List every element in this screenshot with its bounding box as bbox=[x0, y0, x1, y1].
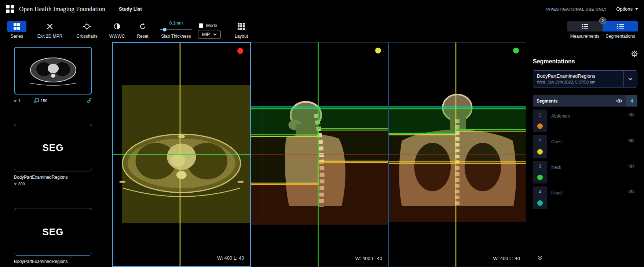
segment-color-swatch[interactable] bbox=[537, 175, 543, 180]
series-description: BodyPartExaminedRegions bbox=[14, 175, 95, 180]
reset-label: Reset bbox=[137, 34, 148, 39]
segment-label: Head bbox=[551, 190, 562, 196]
layout-grid-icon bbox=[238, 21, 245, 32]
coronal-plane-marker bbox=[513, 48, 519, 53]
investigational-label: INVESTIGATIONAL USE ONLY bbox=[546, 7, 607, 11]
ohif-logo[interactable]: Open Health Imaging Foundation bbox=[6, 5, 105, 13]
segmentation-date: Wed, Jan 19th 2022, 5:57:58 pm bbox=[537, 80, 620, 84]
seg-modality-label: SEG bbox=[43, 142, 64, 153]
viewport-grid: W: 400 L: 40 bbox=[112, 42, 526, 267]
segment-index-cell: 3 bbox=[533, 161, 547, 183]
panel-title: Segmentations bbox=[533, 58, 637, 65]
chevron-down-icon bbox=[635, 8, 638, 10]
toggle-all-visibility-eye-icon[interactable] bbox=[612, 99, 626, 103]
series-thumbnail-seg-1[interactable]: SEG BodyPartExaminedRegions s: 300 bbox=[14, 124, 112, 186]
ct-thumbnail-image[interactable] bbox=[14, 47, 92, 94]
layout-label: Layout bbox=[235, 34, 248, 39]
chevron-down-icon bbox=[213, 33, 217, 36]
axial-plane-marker bbox=[237, 48, 243, 54]
series-grid-icon bbox=[7, 21, 26, 32]
segmentations-count-badge: 2 bbox=[599, 17, 606, 24]
study-list-link[interactable]: Study List bbox=[119, 6, 142, 12]
segment-color-swatch[interactable] bbox=[537, 123, 543, 129]
segment-row-head[interactable]: 4 Head bbox=[533, 186, 637, 209]
series-tool-button[interactable]: Series bbox=[5, 21, 29, 39]
series-tool-label: Series bbox=[11, 34, 23, 39]
panel-toggle-group: 2 Measurements Segmentations bbox=[567, 21, 638, 39]
app-title: Open Health Imaging Foundation bbox=[19, 5, 105, 13]
segment-row-abdomen[interactable]: 1 Abdomen bbox=[533, 110, 637, 132]
slab-thickness-value: 0.1mm bbox=[169, 21, 183, 26]
viewport-coronal[interactable]: W: 400 L: 40 bbox=[388, 42, 526, 267]
mode-checkbox[interactable] bbox=[199, 23, 203, 28]
measurements-label: Measurements bbox=[567, 34, 603, 39]
stack-icon bbox=[34, 98, 39, 103]
seg-thumbnail-box[interactable]: SEG bbox=[14, 208, 92, 256]
options-label: Options bbox=[616, 6, 633, 12]
mip-mode-tool: Mode MIP bbox=[198, 23, 227, 39]
segmentations-panel-button[interactable]: 2 bbox=[603, 21, 638, 31]
segments-header: Segments 4 bbox=[533, 95, 637, 107]
series-description: BodyPartExaminedRegions bbox=[14, 259, 95, 264]
header-divider bbox=[112, 5, 112, 14]
top-header: Open Health Imaging Foundation Study Lis… bbox=[0, 0, 644, 18]
segment-index-cell: 1 bbox=[533, 110, 547, 132]
segment-visibility-eye-icon[interactable] bbox=[628, 186, 637, 209]
list-icon bbox=[617, 23, 624, 29]
contrast-circle-icon bbox=[113, 21, 121, 32]
segment-visibility-eye-icon[interactable] bbox=[628, 135, 637, 158]
x-icon bbox=[46, 21, 54, 32]
crosshairs-icon bbox=[83, 21, 91, 32]
slab-thickness-tool: 0.1mm Slab Thickness bbox=[157, 21, 195, 39]
link-icon[interactable] bbox=[87, 98, 92, 103]
viewport-axial[interactable]: W: 400 L: 40 bbox=[112, 42, 251, 267]
slab-thickness-slider[interactable] bbox=[160, 27, 192, 32]
wwwc-tool-button[interactable]: WWWC bbox=[106, 21, 128, 39]
window-level-text: W: 400 L: 40 bbox=[217, 255, 244, 261]
layout-tool-button[interactable]: Layout bbox=[230, 21, 253, 39]
main-area: s: 1 150 SEG BodyPartExaminedR bbox=[0, 42, 644, 267]
segmentation-select: BodyPartExaminedRegions Wed, Jan 19th 20… bbox=[533, 70, 637, 88]
segment-visibility-eye-icon[interactable] bbox=[628, 110, 637, 132]
gear-icon[interactable] bbox=[631, 50, 638, 58]
sagittal-ct-image bbox=[251, 42, 388, 267]
chevron-down-icon[interactable] bbox=[623, 71, 637, 87]
slider-thumb[interactable] bbox=[163, 28, 167, 31]
segments-title: Segments bbox=[533, 99, 612, 104]
ct-axial-mini bbox=[22, 52, 84, 90]
reset-tool-button[interactable]: Reset bbox=[131, 21, 154, 39]
mip-dropdown[interactable]: MIP bbox=[198, 30, 221, 39]
double-chevron-down-icon[interactable] bbox=[537, 256, 542, 260]
viewport-sagittal[interactable]: W: 400 L: 40 bbox=[251, 42, 389, 267]
seg-thumbnail-box[interactable]: SEG bbox=[14, 124, 92, 171]
segment-row-chest[interactable]: 2 Chest bbox=[533, 135, 637, 158]
segment-row-neck[interactable]: 3 Neck bbox=[533, 161, 637, 183]
slab-thickness-label: Slab Thickness bbox=[161, 34, 191, 39]
series-thumbnail-ct[interactable]: s: 1 150 bbox=[14, 47, 112, 103]
series-thumbnail-seg-2[interactable]: SEG BodyPartExaminedRegions bbox=[14, 208, 112, 264]
segment-label: Neck bbox=[551, 165, 561, 170]
segment-index: 4 bbox=[538, 189, 541, 194]
segmentations-label: Segmentations bbox=[603, 34, 638, 39]
segment-index: 2 bbox=[538, 138, 541, 143]
segment-color-swatch[interactable] bbox=[537, 149, 543, 155]
window-level-text: W: 400 L: 40 bbox=[493, 256, 520, 261]
exit-2d-mpr-label: Exit 2D MPR bbox=[37, 34, 63, 39]
crosshairs-label: Crosshairs bbox=[76, 34, 97, 39]
segment-visibility-eye-icon[interactable] bbox=[628, 161, 637, 183]
segment-index: 3 bbox=[538, 163, 541, 169]
reset-rotate-icon bbox=[139, 21, 146, 32]
segment-label: Abdomen bbox=[551, 114, 570, 119]
segmentation-select-value[interactable]: BodyPartExaminedRegions Wed, Jan 19th 20… bbox=[533, 71, 623, 87]
series-number: s: 1 bbox=[14, 99, 21, 103]
axial-ct-image bbox=[113, 43, 250, 266]
segment-index-cell: 2 bbox=[533, 135, 547, 158]
mode-checkbox-row[interactable]: Mode bbox=[199, 23, 217, 28]
segmentation-name: BodyPartExaminedRegions bbox=[537, 73, 620, 79]
measurements-panel-button[interactable] bbox=[567, 21, 603, 31]
exit-2d-mpr-button[interactable]: Exit 2D MPR bbox=[32, 21, 68, 39]
crosshairs-tool-button[interactable]: Crosshairs bbox=[71, 21, 103, 39]
options-button[interactable]: Options bbox=[616, 6, 638, 12]
segment-color-swatch[interactable] bbox=[537, 200, 543, 206]
coronal-ct-image bbox=[389, 42, 526, 267]
